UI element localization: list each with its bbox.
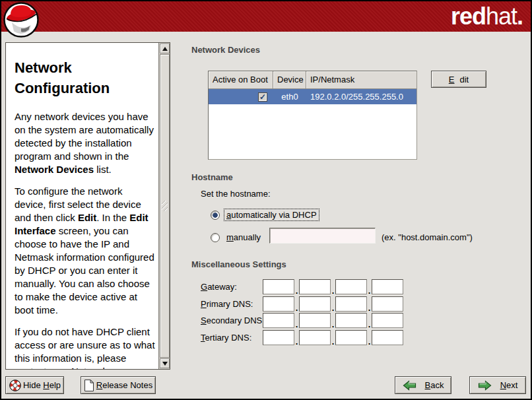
scroll-down-arrow-icon: [162, 362, 168, 366]
help-paragraph: To configure the network device, first s…: [15, 185, 156, 317]
installer-window: redhat. Network Configuration Any networ…: [0, 0, 532, 400]
title-bar: redhat.: [1, 1, 531, 32]
octet-separator: .: [294, 288, 299, 294]
octet-input[interactable]: [299, 330, 331, 345]
octet-input[interactable]: [299, 279, 331, 294]
misc-row: Tertiary DNS:...: [201, 330, 403, 345]
misc-row-label: Secondary DNS:: [201, 316, 263, 325]
wordmark-red: red: [451, 3, 486, 30]
help-scrollbar[interactable]: [158, 43, 170, 369]
scrollbar-grip-icon: [162, 201, 168, 211]
dhcp-radio-button[interactable]: [211, 211, 220, 220]
octet-input[interactable]: [335, 296, 367, 312]
wordmark-dot: .: [517, 3, 523, 30]
next-label: Next: [500, 380, 518, 390]
octet-separator: .: [294, 305, 299, 312]
dhcp-radio-label[interactable]: automatically via DHCP: [224, 209, 319, 221]
octet-input[interactable]: [299, 313, 331, 328]
misc-row: Primary DNS:...: [201, 296, 403, 312]
active-on-boot-checkbox[interactable]: ✓: [258, 92, 267, 102]
network-devices-section-label: Network Devices: [191, 45, 260, 55]
column-header[interactable]: Device: [273, 71, 306, 88]
redhat-wordmark: redhat.: [451, 3, 523, 30]
octet-separator: .: [367, 305, 372, 312]
redhat-shadowman-logo-icon: [3, 2, 39, 38]
next-button[interactable]: Next: [469, 376, 526, 394]
octet-input[interactable]: [335, 279, 367, 294]
back-arrow-icon: [403, 380, 416, 391]
hide-help-button[interactable]: Hide Help: [5, 376, 64, 394]
scroll-down-button[interactable]: [160, 358, 170, 368]
hostname-example-hint: (ex. "host.domain.com"): [382, 232, 473, 242]
back-button[interactable]: Back: [395, 376, 451, 394]
network-devices-table[interactable]: Active on BootDeviceIP/Netmask ✓eth0192.…: [208, 71, 417, 160]
misc-row-label: Tertiary DNS:: [201, 333, 263, 343]
octet-input[interactable]: [335, 313, 367, 328]
octet-input[interactable]: [372, 296, 403, 312]
table-row[interactable]: ✓eth0192.0.2.0/255.255.255.0: [209, 89, 416, 104]
octet-input[interactable]: [372, 279, 403, 294]
octet-separator: .: [367, 288, 372, 294]
scroll-up-arrow-icon: [162, 47, 168, 51]
column-header[interactable]: IP/Netmask: [306, 71, 416, 88]
misc-row-label: Primary DNS:: [201, 299, 263, 309]
misc-settings-section-label: Miscellaneous Settings: [191, 259, 286, 269]
manual-radio-label[interactable]: manually: [224, 231, 263, 244]
octet-separator: .: [331, 339, 335, 345]
help-paragraph: If you do not have DHCP client access or…: [15, 325, 156, 369]
octet-separator: .: [367, 339, 372, 345]
octet-input[interactable]: [263, 296, 294, 312]
hostname-option-dhcp[interactable]: automatically via DHCP: [211, 209, 319, 221]
octet-separator: .: [331, 321, 335, 328]
back-label: Back: [425, 380, 444, 390]
octet-input[interactable]: [372, 330, 403, 345]
help-paragraph: Any network devices you have on the syst…: [15, 110, 156, 176]
table-header: Active on BootDeviceIP/Netmask: [209, 71, 416, 89]
octet-input[interactable]: [372, 313, 403, 328]
next-arrow-icon: [478, 380, 492, 391]
release-notes-button[interactable]: Release Notes: [81, 376, 156, 394]
help-title: Network Configuration: [15, 57, 156, 98]
help-paragraphs: Any network devices you have on the syst…: [15, 110, 156, 369]
octet-separator: .: [294, 321, 299, 328]
set-hostname-label: Set the hostname:: [201, 189, 271, 199]
release-notes-label: Release Notes: [96, 380, 152, 390]
octet-input[interactable]: [299, 296, 331, 312]
help-content: Network Configuration Any network device…: [6, 43, 158, 369]
octet-separator: .: [331, 305, 335, 312]
misc-row: Secondary DNS:...: [201, 313, 403, 328]
octet-input[interactable]: [263, 330, 294, 345]
scrollbar-thumb[interactable]: [160, 54, 170, 358]
device-cell: eth0: [273, 92, 306, 102]
hide-help-label: Hide Help: [23, 380, 61, 390]
column-header[interactable]: Active on Boot: [209, 71, 273, 88]
octet-separator: .: [294, 339, 299, 345]
manual-hostname-input[interactable]: [269, 228, 376, 244]
octet-separator: .: [367, 321, 372, 328]
edit-button[interactable]: Edit: [431, 71, 486, 88]
misc-row-label: Gateway:: [201, 282, 263, 292]
octet-input[interactable]: [263, 279, 294, 294]
document-icon: [84, 379, 94, 392]
manual-radio-button[interactable]: [211, 233, 220, 242]
table-body: ✓eth0192.0.2.0/255.255.255.0: [209, 89, 416, 104]
octet-input[interactable]: [335, 330, 367, 345]
wordmark-hat: hat: [486, 3, 517, 30]
hostname-option-manual[interactable]: manually: [211, 231, 263, 244]
octet-separator: .: [331, 288, 335, 294]
ip-netmask-cell: 192.0.2.0/255.255.255.0: [306, 92, 416, 102]
life-ring-icon: [9, 379, 22, 392]
hostname-section-label: Hostname: [191, 172, 233, 182]
misc-row: Gateway:...: [201, 279, 403, 294]
help-panel: Network Configuration Any network device…: [5, 42, 170, 370]
octet-input[interactable]: [263, 313, 294, 328]
scroll-up-button[interactable]: [160, 44, 170, 53]
